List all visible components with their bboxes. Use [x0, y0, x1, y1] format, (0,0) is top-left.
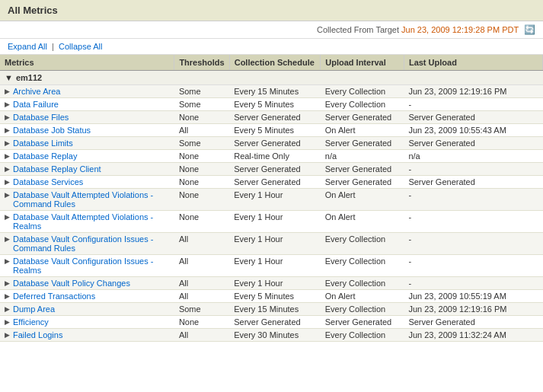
thresholds-cell: None	[174, 150, 229, 163]
table-row: ▶Deferred TransactionsAllEvery 5 Minutes…	[0, 290, 543, 303]
thresholds-cell: None	[174, 163, 229, 176]
row-expand-icon[interactable]: ▶	[5, 318, 10, 326]
table-row: ▶Database FilesNoneServer GeneratedServe…	[0, 111, 543, 124]
metric-link[interactable]: Database Replay Client	[13, 164, 101, 174]
collection-cell: Every 1 Hour	[229, 277, 321, 290]
upload-interval-cell: On Alert	[321, 290, 404, 303]
col-header-thresholds: Thresholds	[174, 55, 229, 71]
metric-link[interactable]: Database Services	[13, 177, 83, 186]
upload-interval-cell: Server Generated	[321, 316, 404, 329]
last-upload-cell: Server Generated	[404, 316, 542, 329]
last-upload-cell: Jun 23, 2009 12:19:16 PM	[404, 303, 542, 316]
table-row: ▶Failed LoginsAllEvery 30 MinutesEvery C…	[0, 329, 543, 342]
thresholds-cell: All	[174, 277, 229, 290]
row-expand-icon[interactable]: ▶	[5, 279, 10, 287]
metric-link[interactable]: Database Replay	[13, 151, 77, 161]
upload-interval-cell: Every Collection	[321, 329, 404, 342]
thresholds-cell: All	[174, 329, 229, 342]
upload-interval-cell: On Alert	[321, 189, 404, 211]
metric-link[interactable]: Database Vault Policy Changes	[13, 279, 130, 288]
row-expand-icon[interactable]: ▶	[5, 292, 10, 300]
last-upload-cell: -	[404, 163, 542, 176]
table-row: ▶Database Job StatusAllEvery 5 MinutesOn…	[0, 124, 543, 137]
last-upload-cell: Jun 23, 2009 12:19:16 PM	[404, 85, 542, 98]
last-upload-cell: -	[404, 255, 542, 277]
row-expand-icon[interactable]: ▶	[5, 139, 10, 147]
thresholds-cell: All	[174, 290, 229, 303]
row-expand-icon[interactable]: ▶	[5, 191, 10, 199]
metric-link[interactable]: Database Vault Configuration Issues - Re…	[13, 257, 170, 275]
group-expand-icon[interactable]: ▼	[5, 73, 13, 82]
last-upload-cell: n/a	[404, 150, 542, 163]
row-expand-icon[interactable]: ▶	[5, 100, 10, 108]
collection-cell: Server Generated	[229, 111, 321, 124]
row-expand-icon[interactable]: ▶	[5, 113, 10, 121]
metric-link[interactable]: Database Job Status	[13, 126, 91, 135]
row-expand-icon[interactable]: ▶	[5, 331, 10, 339]
thresholds-cell: None	[174, 316, 229, 329]
table-row: ▶Database Vault Attempted Violations - R…	[0, 211, 543, 233]
collection-cell: Every 1 Hour	[229, 255, 321, 277]
metric-link[interactable]: Database Files	[13, 113, 69, 122]
metric-link[interactable]: Archive Area	[13, 87, 60, 96]
last-upload-cell: Server Generated	[404, 111, 542, 124]
metric-link[interactable]: Dump Area	[13, 304, 55, 314]
collection-cell: Every 30 Minutes	[229, 329, 321, 342]
row-expand-icon[interactable]: ▶	[5, 305, 10, 313]
collection-cell: Every 5 Minutes	[229, 290, 321, 303]
table-row: ▶Database Vault Configuration Issues - R…	[0, 255, 543, 277]
thresholds-cell: Some	[174, 98, 229, 111]
last-upload-cell: Jun 23, 2009 10:55:19 AM	[404, 290, 542, 303]
table-row: ▶EfficiencyNoneServer GeneratedServer Ge…	[0, 316, 543, 329]
table-row: ▶Database Vault Policy ChangesAllEvery 1…	[0, 277, 543, 290]
collection-cell: Every 15 Minutes	[229, 303, 321, 316]
row-expand-icon[interactable]: ▶	[5, 178, 10, 186]
upload-interval-cell: Every Collection	[321, 303, 404, 316]
thresholds-cell: Some	[174, 303, 229, 316]
collection-cell: Server Generated	[229, 163, 321, 176]
thresholds-cell: None	[174, 111, 229, 124]
thresholds-cell: Some	[174, 137, 229, 150]
metric-link[interactable]: Database Vault Attempted Violations - Re…	[13, 212, 170, 231]
table-row: ▶Database ServicesNoneServer GeneratedSe…	[0, 176, 543, 189]
expand-all-link[interactable]: Expand All	[8, 42, 47, 51]
upload-interval-cell: Server Generated	[321, 163, 404, 176]
group-row: ▼em112	[0, 71, 543, 85]
collection-cell: Every 1 Hour	[229, 189, 321, 211]
row-expand-icon[interactable]: ▶	[5, 257, 10, 265]
last-upload-cell: -	[404, 211, 542, 233]
thresholds-cell: Some	[174, 85, 229, 98]
collection-cell: Real-time Only	[229, 150, 321, 163]
thresholds-cell: All	[174, 233, 229, 255]
row-expand-icon[interactable]: ▶	[5, 152, 10, 160]
row-expand-icon[interactable]: ▶	[5, 213, 10, 221]
metric-link[interactable]: Database Vault Configuration Issues - Co…	[13, 234, 170, 253]
metric-link[interactable]: Deferred Transactions	[13, 292, 95, 301]
metric-link[interactable]: Database Vault Attempted Violations - Co…	[13, 190, 170, 209]
upload-interval-cell: Server Generated	[321, 111, 404, 124]
table-row: ▶Database LimitsSomeServer GeneratedServ…	[0, 137, 543, 150]
row-expand-icon[interactable]: ▶	[5, 88, 10, 95]
table-row: ▶Database Vault Configuration Issues - C…	[0, 233, 543, 255]
info-bar: Collected From Target Jun 23, 2009 12:19…	[0, 21, 543, 39]
metric-link[interactable]: Efficiency	[13, 317, 49, 327]
collection-cell: Every 5 Minutes	[229, 124, 321, 137]
upload-interval-cell: Server Generated	[321, 137, 404, 150]
collapse-all-link[interactable]: Collapse All	[59, 42, 102, 51]
metric-link[interactable]: Failed Logins	[13, 330, 62, 339]
table-row: ▶Dump AreaSomeEvery 15 MinutesEvery Coll…	[0, 303, 543, 316]
row-expand-icon[interactable]: ▶	[5, 126, 10, 134]
row-expand-icon[interactable]: ▶	[5, 165, 10, 173]
table-row: ▶Database ReplayNoneReal-time Onlyn/an/a	[0, 150, 543, 163]
row-expand-icon[interactable]: ▶	[5, 235, 10, 243]
upload-interval-cell: n/a	[321, 150, 404, 163]
refresh-icon[interactable]: 🔄	[524, 24, 535, 35]
metric-link[interactable]: Database Limits	[13, 139, 73, 148]
last-upload-cell: Jun 23, 2009 10:55:43 AM	[404, 124, 542, 137]
collected-label: Collected From Target	[317, 25, 399, 34]
table-row: ▶Database Vault Attempted Violations - C…	[0, 189, 543, 211]
thresholds-cell: None	[174, 211, 229, 233]
last-upload-cell: -	[404, 189, 542, 211]
metric-link[interactable]: Data Failure	[13, 100, 59, 109]
col-header-last-upload: Last Upload	[404, 55, 542, 71]
